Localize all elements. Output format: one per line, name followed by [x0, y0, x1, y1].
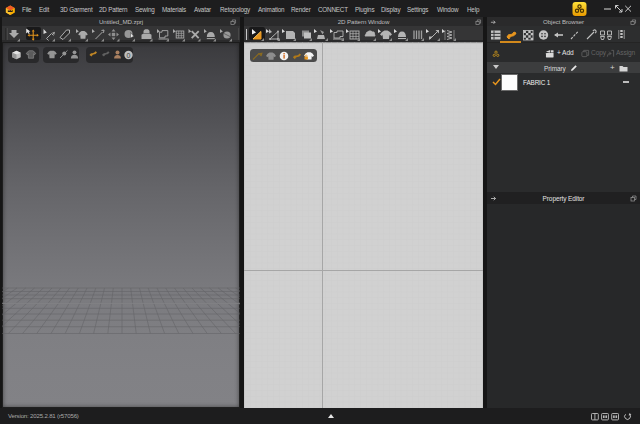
svg-text:0: 0 [127, 52, 131, 59]
